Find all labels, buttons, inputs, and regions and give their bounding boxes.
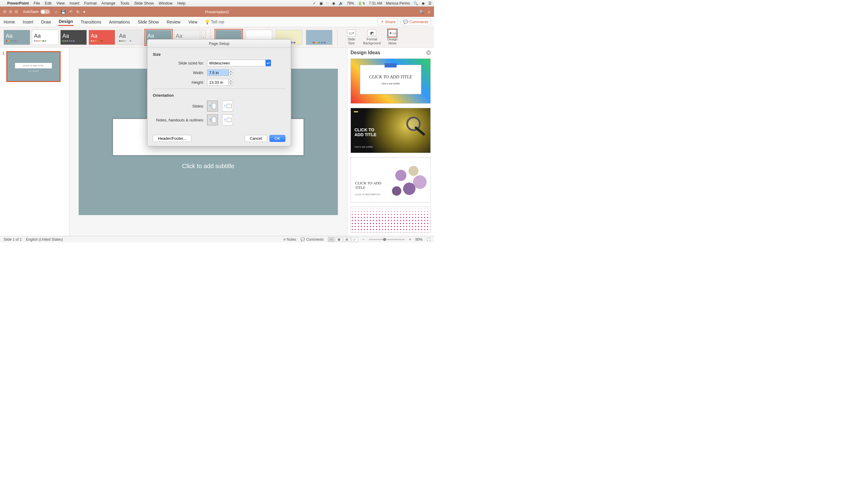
design-ideas-heading: Design Ideas — [350, 50, 380, 56]
design-idea-4[interactable]: CLICK TO ADD TITLE — [350, 207, 431, 232]
notes-landscape-button[interactable]: ↑ — [222, 115, 233, 125]
notifications-icon[interactable]: ☰ — [428, 1, 432, 5]
zoom-window-button[interactable] — [14, 10, 18, 13]
theme-option-1[interactable]: Aa — [32, 30, 59, 45]
slideshow-view-button[interactable]: ▷ — [351, 237, 358, 242]
redo-icon[interactable]: ↻ — [76, 10, 80, 14]
share-button[interactable]: ↗ Share — [378, 19, 398, 25]
slide-sized-for-select[interactable]: Widescreen — [207, 60, 271, 66]
user-name[interactable]: Marissa Perino — [386, 1, 410, 5]
width-input[interactable] — [207, 69, 229, 76]
airplay-icon[interactable]: ▣ — [319, 1, 323, 5]
width-step-down[interactable]: ▼ — [229, 73, 233, 76]
theme-option-3[interactable]: Aa — [89, 30, 115, 45]
theme-option-4[interactable]: Aa — [117, 30, 144, 45]
height-input[interactable] — [207, 79, 229, 86]
volume-icon[interactable]: 🔊 — [339, 1, 343, 5]
notes-portrait-button[interactable]: ↑ — [207, 115, 218, 125]
subtitle-placeholder[interactable]: Click to add subtitle — [79, 163, 338, 170]
save-icon[interactable]: 💾 — [61, 10, 66, 14]
height-step-up[interactable]: ▲ — [229, 79, 233, 82]
menu-format[interactable]: Format — [84, 1, 96, 5]
slide-size-icon: ▭ — [349, 31, 352, 36]
menu-view[interactable]: View — [56, 1, 65, 5]
design-idea-2[interactable]: CLICK TO ADD TITLE Click to add subtitle — [350, 108, 431, 153]
reading-view-button[interactable]: ▤ — [344, 237, 350, 242]
format-background-button[interactable]: ◩ Format Background — [363, 30, 381, 44]
tab-draw[interactable]: Draw — [40, 19, 52, 26]
variant-option-3[interactable] — [306, 30, 333, 45]
comments-button[interactable]: 💬 Comments — [401, 19, 431, 25]
close-pane-button[interactable]: ✕ — [426, 50, 431, 55]
page-setup-dialog: Page Setup Size Slide sized for: Widescr… — [147, 39, 291, 147]
comments-toggle[interactable]: 💬Comments — [301, 237, 324, 241]
sorter-view-button[interactable]: ▦ — [336, 237, 342, 242]
ok-button[interactable]: OK — [270, 135, 285, 142]
height-step-down[interactable]: ▼ — [229, 82, 233, 86]
language-status[interactable]: English (United States) — [26, 237, 63, 241]
tab-animations[interactable]: Animations — [108, 19, 130, 26]
ribbon-tabs: Home Insert Draw Design Transitions Anim… — [0, 17, 434, 27]
slide-thumbnail-1[interactable]: CLICK TO ADD TITLE Click to add subtitle — [6, 51, 61, 82]
wifi-icon[interactable]: ◉ — [332, 1, 335, 5]
tab-transitions[interactable]: Transitions — [80, 19, 102, 26]
width-step-up[interactable]: ▲ — [229, 69, 233, 73]
app-name[interactable]: PowerPoint — [7, 1, 29, 5]
autosave-toggle[interactable]: OFF — [40, 9, 50, 14]
header-footer-button[interactable]: Header/Footer... — [153, 135, 191, 142]
tab-design[interactable]: Design — [58, 18, 73, 26]
slides-landscape-button[interactable]: ↑ — [222, 101, 233, 111]
home-icon[interactable]: ⌂ — [55, 10, 57, 14]
landscape-page-icon — [227, 104, 231, 108]
siri-icon[interactable]: ◉ — [422, 1, 425, 5]
zoom-percentage[interactable]: 90% — [415, 237, 423, 241]
notes-toggle[interactable]: ≡Notes — [284, 237, 296, 241]
menu-slideshow[interactable]: Slide Show — [134, 1, 154, 5]
close-window-button[interactable] — [3, 10, 7, 13]
battery-text: 79% — [347, 1, 354, 5]
status-check-icon[interactable]: ✓ — [313, 1, 316, 5]
tell-me-search[interactable]: 💡 Tell me — [205, 20, 224, 24]
fit-to-window-button[interactable]: ⛶ — [427, 237, 430, 241]
search-icon[interactable]: 🔍 — [419, 10, 424, 14]
size-section-heading: Size — [153, 52, 285, 57]
menu-arrange[interactable]: Arrange — [101, 1, 116, 5]
caret-down-icon[interactable]: ▾ — [83, 10, 85, 14]
slides-portrait-button[interactable]: ↑ — [207, 101, 218, 111]
tab-view[interactable]: View — [188, 19, 198, 26]
design-idea-1[interactable]: CLICK TO ADD TITLE Click to add subtitle — [350, 59, 431, 104]
cancel-button[interactable]: Cancel — [245, 135, 267, 142]
design-ideas-button[interactable]: ✦▭ Design Ideas — [383, 30, 401, 44]
theme-option-2[interactable]: Aa — [60, 30, 87, 45]
comment-icon: 💬 — [301, 237, 305, 241]
idea-subtitle: Click to add subtitle — [381, 83, 400, 85]
menu-help[interactable]: Help — [177, 1, 185, 5]
zoom-in-button[interactable]: + — [409, 237, 411, 241]
menu-window[interactable]: Window — [158, 1, 173, 5]
menu-tools[interactable]: Tools — [120, 1, 129, 5]
design-idea-3[interactable]: CLICK TO ADD TITLE CLICK TO ADD SUBTITLE — [350, 157, 431, 202]
menu-edit[interactable]: Edit — [44, 1, 51, 5]
bluetooth-icon[interactable]: ⌔ — [327, 1, 329, 5]
menu-file[interactable]: File — [34, 1, 40, 5]
tab-insert[interactable]: Insert — [22, 19, 34, 26]
account-icon[interactable]: ☺ — [427, 10, 431, 14]
tab-review[interactable]: Review — [166, 19, 181, 26]
clock-text[interactable]: 7:31 AM — [369, 1, 382, 5]
tab-slideshow[interactable]: Slide Show — [137, 19, 159, 26]
theme-option-0[interactable]: Aa — [4, 30, 30, 45]
slide-size-button[interactable]: ▭▾ Slide Size — [342, 30, 361, 44]
normal-view-button[interactable]: ▭ — [328, 237, 335, 242]
battery-icon[interactable]: 🔋↯ — [358, 1, 365, 5]
spotlight-icon[interactable]: 🔍 — [413, 1, 418, 5]
zoom-slider[interactable] — [369, 239, 405, 240]
tab-home[interactable]: Home — [3, 19, 16, 26]
idea-title: CLICK TO ADD TITLE — [400, 227, 426, 230]
comment-icon: 💬 — [403, 20, 408, 24]
idea-title: CLICK TO ADD TITLE — [355, 181, 381, 190]
menu-insert[interactable]: Insert — [70, 1, 80, 5]
zoom-out-button[interactable]: − — [362, 237, 364, 241]
minimize-window-button[interactable] — [9, 10, 12, 13]
up-arrow-icon: ↑ — [224, 117, 226, 123]
undo-icon[interactable]: ↶ — [69, 10, 73, 14]
